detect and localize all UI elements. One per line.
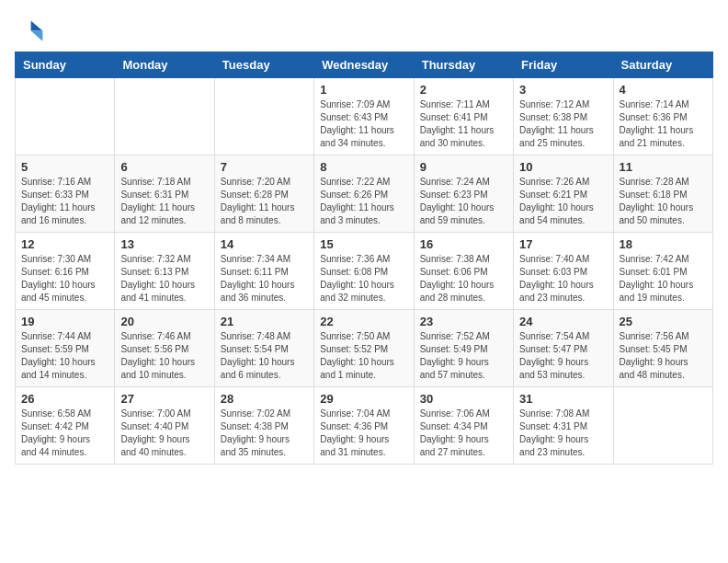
svg-marker-0: [31, 20, 43, 30]
empty-cell: [214, 78, 313, 155]
calendar-day-4: 4Sunrise: 7:14 AM Sunset: 6:36 PM Daylig…: [613, 78, 712, 155]
day-info: Sunrise: 7:09 AM Sunset: 6:43 PM Dayligh…: [320, 98, 407, 150]
calendar-day-28: 28Sunrise: 7:02 AM Sunset: 4:38 PM Dayli…: [214, 387, 313, 465]
day-number: 5: [21, 160, 108, 174]
logo-icon: [15, 15, 44, 44]
day-number: 3: [519, 83, 607, 97]
calendar-day-16: 16Sunrise: 7:38 AM Sunset: 6:06 PM Dayli…: [414, 233, 513, 310]
calendar-day-5: 5Sunrise: 7:16 AM Sunset: 6:33 PM Daylig…: [16, 155, 115, 233]
day-info: Sunrise: 7:36 AM Sunset: 6:08 PM Dayligh…: [320, 253, 407, 304]
day-info: Sunrise: 7:08 AM Sunset: 4:31 PM Dayligh…: [519, 408, 607, 459]
day-info: Sunrise: 7:44 AM Sunset: 5:59 PM Dayligh…: [21, 330, 108, 382]
day-info: Sunrise: 7:40 AM Sunset: 6:03 PM Dayligh…: [519, 253, 607, 304]
day-info: Sunrise: 7:56 AM Sunset: 5:45 PM Dayligh…: [620, 330, 707, 382]
day-number: 16: [420, 237, 507, 251]
day-info: Sunrise: 7:12 AM Sunset: 6:38 PM Dayligh…: [519, 98, 607, 150]
day-info: Sunrise: 7:46 AM Sunset: 5:56 PM Dayligh…: [120, 330, 208, 382]
day-info: Sunrise: 7:30 AM Sunset: 6:16 PM Dayligh…: [21, 253, 108, 304]
calendar-table: SundayMondayTuesdayWednesdayThursdayFrid…: [15, 52, 713, 465]
day-number: 30: [420, 392, 507, 406]
day-number: 18: [620, 237, 707, 251]
day-info: Sunrise: 7:24 AM Sunset: 6:23 PM Dayligh…: [420, 176, 507, 227]
calendar-day-29: 29Sunrise: 7:04 AM Sunset: 4:36 PM Dayli…: [314, 387, 414, 465]
calendar-day-7: 7Sunrise: 7:20 AM Sunset: 6:28 PM Daylig…: [214, 155, 313, 233]
day-info: Sunrise: 7:48 AM Sunset: 5:54 PM Dayligh…: [221, 330, 308, 382]
day-header-tuesday: Tuesday: [214, 52, 313, 78]
calendar-day-6: 6Sunrise: 7:18 AM Sunset: 6:31 PM Daylig…: [115, 155, 214, 233]
day-info: Sunrise: 7:18 AM Sunset: 6:31 PM Dayligh…: [120, 176, 208, 227]
day-number: 15: [320, 237, 407, 251]
day-number: 19: [21, 315, 108, 328]
day-number: 7: [221, 160, 308, 174]
calendar-day-1: 1Sunrise: 7:09 AM Sunset: 6:43 PM Daylig…: [314, 78, 414, 155]
calendar-day-3: 3Sunrise: 7:12 AM Sunset: 6:38 PM Daylig…: [514, 78, 613, 155]
calendar-header-row: SundayMondayTuesdayWednesdayThursdayFrid…: [16, 52, 713, 78]
calendar-day-27: 27Sunrise: 7:00 AM Sunset: 4:40 PM Dayli…: [115, 387, 214, 465]
day-number: 29: [320, 392, 407, 406]
day-number: 11: [620, 160, 707, 174]
calendar-day-30: 30Sunrise: 7:06 AM Sunset: 4:34 PM Dayli…: [414, 387, 513, 465]
calendar-day-20: 20Sunrise: 7:46 AM Sunset: 5:56 PM Dayli…: [115, 310, 214, 387]
day-header-sunday: Sunday: [16, 52, 115, 78]
calendar-day-26: 26Sunrise: 6:58 AM Sunset: 4:42 PM Dayli…: [16, 387, 115, 465]
empty-cell: [16, 78, 115, 155]
day-info: Sunrise: 7:14 AM Sunset: 6:36 PM Dayligh…: [620, 98, 707, 150]
day-info: Sunrise: 7:22 AM Sunset: 6:26 PM Dayligh…: [320, 176, 407, 227]
day-number: 24: [519, 315, 607, 328]
calendar-week-5: 26Sunrise: 6:58 AM Sunset: 4:42 PM Dayli…: [16, 387, 713, 465]
calendar-day-19: 19Sunrise: 7:44 AM Sunset: 5:59 PM Dayli…: [16, 310, 115, 387]
day-info: Sunrise: 7:26 AM Sunset: 6:21 PM Dayligh…: [519, 176, 607, 227]
calendar-day-25: 25Sunrise: 7:56 AM Sunset: 5:45 PM Dayli…: [613, 310, 712, 387]
day-header-thursday: Thursday: [414, 52, 513, 78]
calendar-week-3: 12Sunrise: 7:30 AM Sunset: 6:16 PM Dayli…: [16, 233, 713, 310]
day-number: 4: [620, 83, 707, 97]
day-info: Sunrise: 6:58 AM Sunset: 4:42 PM Dayligh…: [21, 408, 108, 459]
day-number: 2: [420, 83, 507, 97]
calendar-day-17: 17Sunrise: 7:40 AM Sunset: 6:03 PM Dayli…: [514, 233, 613, 310]
calendar-day-15: 15Sunrise: 7:36 AM Sunset: 6:08 PM Dayli…: [314, 233, 414, 310]
day-header-saturday: Saturday: [613, 52, 712, 78]
calendar-day-8: 8Sunrise: 7:22 AM Sunset: 6:26 PM Daylig…: [314, 155, 414, 233]
calendar-day-11: 11Sunrise: 7:28 AM Sunset: 6:18 PM Dayli…: [613, 155, 712, 233]
day-info: Sunrise: 7:11 AM Sunset: 6:41 PM Dayligh…: [420, 98, 507, 150]
calendar-day-9: 9Sunrise: 7:24 AM Sunset: 6:23 PM Daylig…: [414, 155, 513, 233]
day-number: 10: [519, 160, 607, 174]
day-header-monday: Monday: [115, 52, 214, 78]
day-number: 8: [320, 160, 407, 174]
day-number: 13: [120, 237, 208, 251]
day-number: 17: [519, 237, 607, 251]
calendar-day-22: 22Sunrise: 7:50 AM Sunset: 5:52 PM Dayli…: [314, 310, 414, 387]
calendar-day-24: 24Sunrise: 7:54 AM Sunset: 5:47 PM Dayli…: [514, 310, 613, 387]
calendar-week-4: 19Sunrise: 7:44 AM Sunset: 5:59 PM Dayli…: [16, 310, 713, 387]
day-number: 22: [320, 315, 407, 328]
day-info: Sunrise: 7:20 AM Sunset: 6:28 PM Dayligh…: [221, 176, 308, 227]
day-number: 25: [620, 315, 707, 328]
day-number: 28: [221, 392, 308, 406]
day-number: 1: [320, 83, 407, 97]
day-number: 9: [420, 160, 507, 174]
calendar-day-31: 31Sunrise: 7:08 AM Sunset: 4:31 PM Dayli…: [514, 387, 613, 465]
calendar-day-21: 21Sunrise: 7:48 AM Sunset: 5:54 PM Dayli…: [214, 310, 313, 387]
day-info: Sunrise: 7:54 AM Sunset: 5:47 PM Dayligh…: [519, 330, 607, 382]
empty-cell: [115, 78, 214, 155]
day-info: Sunrise: 7:38 AM Sunset: 6:06 PM Dayligh…: [420, 253, 507, 304]
day-number: 26: [21, 392, 108, 406]
day-header-wednesday: Wednesday: [314, 52, 414, 78]
day-info: Sunrise: 7:00 AM Sunset: 4:40 PM Dayligh…: [120, 408, 208, 459]
day-info: Sunrise: 7:34 AM Sunset: 6:11 PM Dayligh…: [221, 253, 308, 304]
day-info: Sunrise: 7:06 AM Sunset: 4:34 PM Dayligh…: [420, 408, 507, 459]
day-info: Sunrise: 7:32 AM Sunset: 6:13 PM Dayligh…: [120, 253, 208, 304]
day-info: Sunrise: 7:16 AM Sunset: 6:33 PM Dayligh…: [21, 176, 108, 227]
page-header: [15, 15, 713, 44]
calendar-day-12: 12Sunrise: 7:30 AM Sunset: 6:16 PM Dayli…: [16, 233, 115, 310]
calendar-day-13: 13Sunrise: 7:32 AM Sunset: 6:13 PM Dayli…: [115, 233, 214, 310]
day-number: 12: [21, 237, 108, 251]
empty-cell: [613, 387, 712, 465]
day-info: Sunrise: 7:52 AM Sunset: 5:49 PM Dayligh…: [420, 330, 507, 382]
day-info: Sunrise: 7:50 AM Sunset: 5:52 PM Dayligh…: [320, 330, 407, 382]
day-number: 20: [120, 315, 208, 328]
day-info: Sunrise: 7:28 AM Sunset: 6:18 PM Dayligh…: [620, 176, 707, 227]
day-header-friday: Friday: [514, 52, 613, 78]
svg-marker-1: [31, 31, 43, 41]
logo: [15, 15, 48, 44]
